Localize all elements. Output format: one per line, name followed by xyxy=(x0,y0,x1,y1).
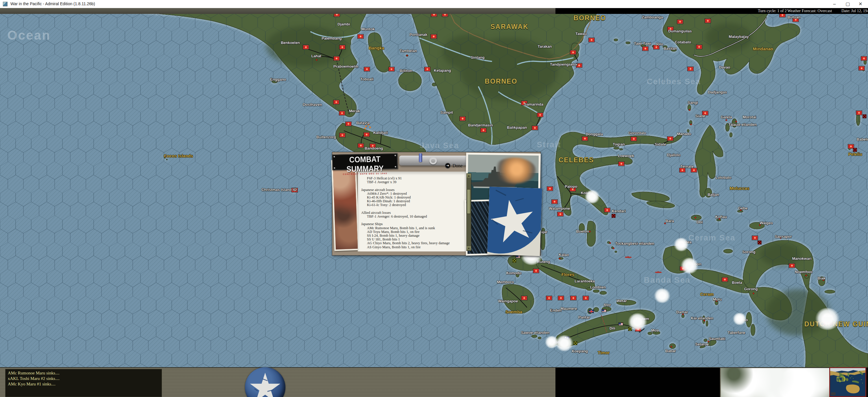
map-label: Dadjangas xyxy=(708,90,727,94)
done-button[interactable]: ➜ Done xyxy=(445,163,468,169)
japanese-base-marker[interactable] xyxy=(677,19,683,24)
app-icon xyxy=(3,2,7,6)
toolbar-black-panel xyxy=(555,368,720,397)
japanese-base-marker[interactable] xyxy=(303,45,309,50)
japanese-base-marker[interactable] xyxy=(339,133,345,137)
map-label: Palopo xyxy=(565,184,577,189)
map-label: Damar xyxy=(676,310,688,314)
us-flag-marker[interactable] xyxy=(618,323,623,326)
japanese-base-marker[interactable] xyxy=(431,34,437,39)
japanese-base-marker[interactable] xyxy=(521,296,527,300)
japanese-base-marker[interactable] xyxy=(688,66,694,71)
map-label: Bara xyxy=(665,219,674,223)
weather-cloud xyxy=(545,336,559,348)
japanese-base-marker[interactable] xyxy=(604,208,610,212)
japanese-base-marker[interactable] xyxy=(722,277,728,282)
japanese-base-marker[interactable] xyxy=(859,66,865,70)
fire-marker xyxy=(364,128,366,129)
uk-flag-marker[interactable] xyxy=(589,310,594,313)
combat-summary-dialog: COMBAT SUMMARY CONTRACT DATE DEC 31 1943… xyxy=(332,152,541,256)
japanese-base-marker[interactable] xyxy=(460,116,466,121)
done-button-label[interactable]: Done xyxy=(453,163,463,168)
japanese-base-marker[interactable] xyxy=(364,132,370,137)
japanese-base-marker[interactable] xyxy=(557,212,563,217)
japanese-base-marker[interactable] xyxy=(861,56,867,61)
map-label: BORNEO xyxy=(485,78,518,85)
japanese-base-marker[interactable] xyxy=(532,125,538,130)
maximize-icon[interactable]: ▢ xyxy=(842,1,854,7)
japanese-base-marker[interactable] xyxy=(779,14,785,17)
map-label: Bandjermasin xyxy=(468,123,493,127)
japanese-base-marker[interactable] xyxy=(547,186,553,191)
map-label: Loewoek xyxy=(618,154,634,158)
japanese-base-marker[interactable] xyxy=(339,45,345,50)
japanese-base-marker[interactable] xyxy=(425,67,431,72)
scrollbar-thumb[interactable] xyxy=(467,189,471,214)
map-label: Ceram Sea xyxy=(688,233,736,243)
minor-base-dot xyxy=(671,346,672,347)
japanese-base-marker[interactable] xyxy=(643,46,649,51)
japanese-base-marker[interactable] xyxy=(546,296,552,300)
map-label: Praboemoelih xyxy=(333,64,358,68)
report-scrollbar[interactable]: ▲ ▼ xyxy=(466,173,471,251)
minimize-icon[interactable]: – xyxy=(829,1,840,7)
japanese-base-marker[interactable] xyxy=(334,14,340,17)
scroll-up-icon[interactable]: ▲ xyxy=(467,174,471,178)
japanese-base-marker[interactable] xyxy=(552,199,558,204)
japanese-base-marker[interactable] xyxy=(364,67,370,72)
japanese-base-marker[interactable] xyxy=(358,34,364,39)
japanese-base-marker[interactable] xyxy=(389,67,395,72)
japanese-base-marker[interactable] xyxy=(480,128,487,133)
japanese-base-marker[interactable] xyxy=(333,100,339,105)
map-label: Banda Sea xyxy=(644,276,690,285)
map-label: Sidate xyxy=(655,142,666,146)
japanese-base-marker[interactable] xyxy=(533,268,539,273)
japanese-base-marker[interactable] xyxy=(583,296,589,300)
weather-cloud xyxy=(654,288,671,303)
map-label: Saumlaki xyxy=(709,337,725,341)
japanese-base-marker[interactable] xyxy=(570,296,577,300)
japanese-base-marker[interactable] xyxy=(705,19,711,23)
map-label: Biak xyxy=(817,276,825,280)
japanese-base-marker[interactable] xyxy=(431,14,437,17)
allied-unit-marker[interactable] xyxy=(574,341,578,345)
map-label: Ceram xyxy=(700,292,714,296)
japanese-base-marker[interactable] xyxy=(558,296,564,300)
close-icon[interactable]: ✕ xyxy=(855,1,866,7)
japanese-base-marker[interactable] xyxy=(537,113,543,117)
allied-unit-marker[interactable] xyxy=(513,259,517,263)
japanese-base-marker[interactable] xyxy=(667,136,674,141)
japanese-base-marker[interactable] xyxy=(339,111,345,115)
map-label: Djambi xyxy=(337,22,350,26)
japanese-base-marker[interactable] xyxy=(442,14,448,17)
japanese-base-marker[interactable] xyxy=(334,56,340,61)
japanese-base-marker[interactable] xyxy=(618,162,624,166)
scroll-down-icon[interactable]: ▼ xyxy=(467,246,471,251)
fire-marker xyxy=(366,125,367,127)
japanese-base-marker[interactable] xyxy=(789,263,795,268)
map-label: Celebes Sea xyxy=(647,77,701,86)
japanese-base-marker[interactable] xyxy=(856,111,862,115)
done-arrow-icon[interactable]: ➜ xyxy=(445,163,451,168)
map-label: Gorong xyxy=(744,287,758,291)
japanese-base-marker[interactable] xyxy=(345,121,351,126)
map-label: Togian xyxy=(613,142,625,146)
japanese-base-marker[interactable] xyxy=(696,45,702,49)
japanese-base-marker[interactable] xyxy=(582,136,588,141)
map-label: Muntok xyxy=(362,27,375,31)
weather-cloud xyxy=(681,258,699,274)
japanese-unit-marker[interactable] xyxy=(612,214,616,218)
japanese-unit-marker[interactable] xyxy=(863,115,867,118)
japanese-base-marker[interactable] xyxy=(631,137,637,141)
japanese-base-marker[interactable] xyxy=(570,50,576,55)
weather-forecast: Weather Forecast: Overcast xyxy=(787,9,832,13)
map-label: Tarakan xyxy=(538,44,552,49)
map-label: Selaroe xyxy=(695,342,709,346)
japanese-base-marker[interactable] xyxy=(589,38,595,42)
us-flag-marker[interactable] xyxy=(602,309,607,313)
japanese-unit-marker[interactable] xyxy=(758,241,762,245)
world-minimap[interactable] xyxy=(829,367,866,397)
japanese-base-marker[interactable] xyxy=(358,143,364,148)
us-flag-marker[interactable] xyxy=(516,255,521,258)
japanese-base-marker[interactable] xyxy=(752,235,758,240)
